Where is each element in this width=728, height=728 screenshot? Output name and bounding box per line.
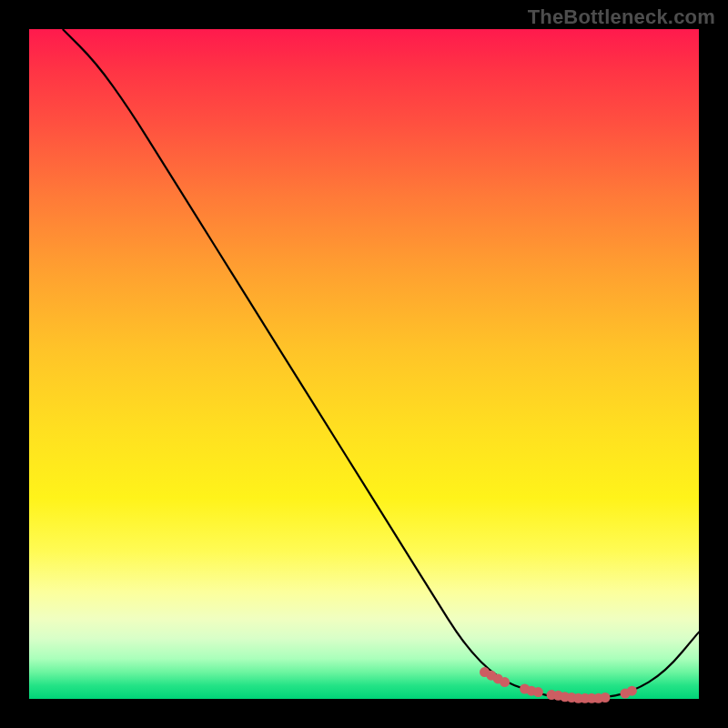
marker-dot bbox=[601, 693, 611, 703]
marker-group bbox=[480, 667, 637, 703]
black-frame: TheBottleneck.com bbox=[0, 0, 728, 728]
marker-dot bbox=[533, 687, 543, 697]
marker-dot bbox=[500, 677, 510, 687]
gradient-plot-area bbox=[29, 29, 699, 699]
bottleneck-curve-path bbox=[63, 29, 699, 699]
watermark-text: TheBottleneck.com bbox=[528, 5, 715, 29]
marker-dot bbox=[627, 686, 637, 696]
bottleneck-curve-svg bbox=[29, 29, 699, 699]
